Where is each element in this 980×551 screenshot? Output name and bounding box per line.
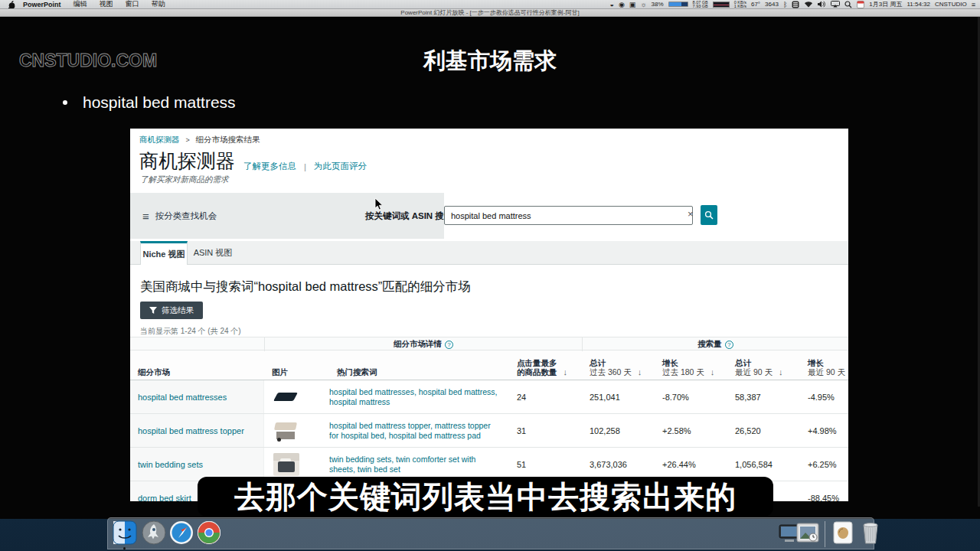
sort-icon[interactable]: ↓ <box>710 367 715 377</box>
niche-link[interactable]: dorm bed skirt <box>138 494 191 502</box>
column-header-keywords: 热门搜索词 <box>329 350 509 380</box>
table-row[interactable]: hospital bed mattress topper hospital be… <box>130 414 848 448</box>
breadcrumb-separator-icon: > <box>185 136 189 144</box>
running-indicator <box>123 547 126 549</box>
menu-item-edit[interactable]: 编辑 <box>67 0 93 9</box>
mouse-cursor <box>374 197 384 211</box>
menu-item-app[interactable]: PowerPoint <box>17 1 67 8</box>
launchpad-icon[interactable] <box>142 520 166 545</box>
bullet-text: hospital bed mattress <box>83 93 236 112</box>
bluetooth-icon[interactable]: ᛒ <box>783 1 787 8</box>
menu-item-window[interactable]: 窗口 <box>119 0 145 9</box>
search-volume-growth-90: -4.95% <box>800 380 848 413</box>
niche-link[interactable]: hospital bed mattresses <box>138 393 227 402</box>
photos-icon[interactable] <box>795 520 820 545</box>
top-clicked-products: 24 <box>509 380 582 413</box>
column-header-growth-90[interactable]: 增长最近 90 天 <box>800 350 848 380</box>
spotlight-search-icon[interactable] <box>844 1 852 8</box>
search-volume-growth-90: +6.25% <box>800 448 848 481</box>
dock-divider <box>825 521 825 547</box>
learn-more-link[interactable]: 了解更多信息 <box>243 161 296 172</box>
column-header-total-90[interactable]: 总计最近 90 天 ↓ <box>727 350 800 380</box>
status-app-icon-1[interactable]: ◒ <box>610 1 614 8</box>
table-row[interactable]: hospital bed mattresses hospital bed mat… <box>130 380 848 414</box>
group-header-details: 细分市场详情 ? <box>264 337 582 351</box>
slide-title: 利基市场需求 <box>0 46 980 77</box>
input-method-icon[interactable] <box>792 1 799 8</box>
column-header-top-clicked[interactable]: 点击量最多的商品数量 ↓ <box>509 350 582 380</box>
menubar-date[interactable]: 1月3日 周五 <box>869 0 902 8</box>
sort-icon[interactable]: ↓ <box>638 367 642 377</box>
notification-center-icon[interactable]: ≡ <box>972 1 975 8</box>
volume-icon[interactable] <box>818 1 826 8</box>
search-volume-total-360: 102,258 <box>582 414 655 447</box>
menu-bar: PowerPoint 编辑 视图 窗口 帮助 ◒ ◉ ▣ ☼ 38% 8.07 … <box>0 0 980 9</box>
status-app-icon-4[interactable]: ☼ <box>640 1 646 8</box>
network-speeds[interactable]: 0 KB/s 1 KB/s <box>734 1 746 8</box>
rate-page-link[interactable]: 为此页面评分 <box>314 161 367 172</box>
search-volume-growth-90: -88.45% <box>800 481 848 501</box>
cpu-percentage[interactable]: 38% <box>652 1 664 8</box>
menu-item-help[interactable]: 帮助 <box>145 0 172 9</box>
link-divider: | <box>304 162 306 171</box>
search-volume-growth-180: -8.70% <box>655 380 727 413</box>
column-header-niche: 细分市场 <box>130 350 264 380</box>
search-volume-total-90: 58,387 <box>727 380 800 413</box>
calendar-icon[interactable] <box>857 1 864 8</box>
network-download: 1 KB/s <box>734 5 746 8</box>
sort-icon[interactable]: ↓ <box>564 367 568 377</box>
airplay-display-icon[interactable] <box>831 1 840 8</box>
tab-asin-view[interactable]: ASIN 视图 <box>188 241 238 265</box>
top-clicked-products: 31 <box>509 414 582 447</box>
menubar-clock[interactable]: 11:54:32 <box>906 1 930 8</box>
wifi-icon[interactable] <box>804 1 813 8</box>
search-volume-total-90: 26,520 <box>727 414 800 447</box>
dock <box>107 517 874 549</box>
subtitle-text: 去那个关键词列表当中去搜索出来的 <box>234 476 737 518</box>
product-image <box>273 453 299 476</box>
info-icon[interactable]: ? <box>725 341 733 349</box>
sort-icon[interactable]: ↓ <box>779 367 783 377</box>
downloads-icon[interactable] <box>831 520 855 545</box>
results-heading: 美国商城中与搜索词“hospital bed mattress”匹配的细分市场 <box>140 279 471 295</box>
menu-item-view[interactable]: 视图 <box>93 0 119 9</box>
slide-bullet-item: hospital bed mattress <box>63 93 236 112</box>
funnel-icon <box>149 307 157 315</box>
search-input[interactable] <box>444 206 693 225</box>
search-label: 按关键词或 ASIN 搜索 <box>365 210 452 222</box>
chrome-icon[interactable] <box>197 520 221 545</box>
info-icon[interactable]: ? <box>445 341 453 349</box>
top-search-terms: hospital bed mattresses, hospital bed ma… <box>329 380 509 413</box>
memory-stats[interactable]: 8.07 GB 7.93 GB <box>693 1 708 8</box>
top-search-terms: hospital bed mattress topper, mattress t… <box>329 414 509 447</box>
finder-icon[interactable] <box>113 520 137 545</box>
column-header-growth-180[interactable]: 增长过去 180 天 ↓ <box>655 350 727 380</box>
safari-icon[interactable] <box>169 520 194 545</box>
niche-link[interactable]: twin bedding sets <box>138 460 203 469</box>
clear-search-icon[interactable]: × <box>688 208 694 220</box>
filter-results-button[interactable]: 筛选结果 <box>140 302 203 319</box>
memory-free: 7.93 GB <box>693 5 708 8</box>
niche-link[interactable]: hospital bed mattress topper <box>138 426 244 435</box>
temperature-reading[interactable]: 67° <box>751 1 760 8</box>
tab-niche-view[interactable]: Niche 视图 <box>140 241 188 265</box>
page-title-links: 了解更多信息 | 为此页面评分 <box>243 161 367 172</box>
search-button[interactable] <box>701 205 717 225</box>
status-app-icon-3[interactable]: ▣ <box>629 1 636 8</box>
trash-icon[interactable] <box>858 520 883 545</box>
status-app-icon-2[interactable]: ◉ <box>619 1 625 8</box>
table-group-header-row: 细分市场详情 ? 搜索量 ? <box>130 337 848 350</box>
menubar-status-area: ◒ ◉ ▣ ☼ 38% 8.07 GB 7.93 GB 0 KB/s 1 KB/… <box>610 0 976 8</box>
window-title-bar[interactable]: PowerPoint 幻灯片放映 - [一步一步教你选品可行性分析案例-阿甘] <box>0 9 980 17</box>
breadcrumb: 商机探测器 > 细分市场搜索结果 <box>139 135 260 145</box>
search-volume-growth-90: +4.98% <box>800 414 848 447</box>
menubar-username[interactable]: CNSTUDIO <box>935 1 967 8</box>
window-title: PowerPoint 幻灯片放映 - [一步一步教你选品可行性分析案例-阿甘] <box>400 8 579 17</box>
product-image <box>273 419 299 442</box>
column-header-total-360[interactable]: 总计过去 360 天 ↓ <box>582 350 655 380</box>
cpu-history-graph <box>713 2 730 8</box>
fan-rpm[interactable]: 3643 <box>765 1 779 8</box>
search-row: ≡ 按分类查找机会 按关键词或 ASIN 搜索 × <box>130 193 848 239</box>
apple-menu-icon[interactable] <box>6 0 17 8</box>
breadcrumb-root-link[interactable]: 商机探测器 <box>139 135 180 144</box>
